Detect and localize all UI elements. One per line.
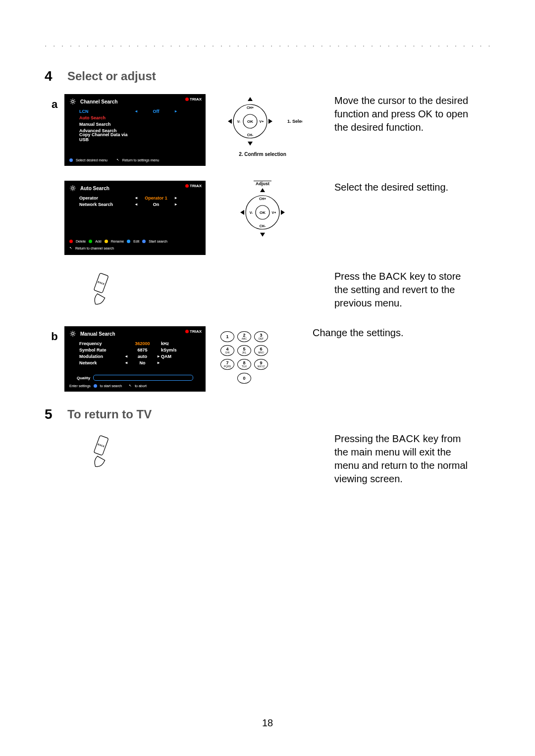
menu-line: Modulation◂auto▸QAM <box>79 353 201 359</box>
svg-marker-15 <box>260 188 265 192</box>
confirm-selection-label: 2. Confirm selection <box>239 151 286 157</box>
desc-b1: Change the settings. <box>313 326 403 340</box>
svg-text:1. Select: 1. Select <box>287 119 302 124</box>
svg-marker-17 <box>240 210 244 215</box>
menu-line: Operator◂Operator 1▸ <box>79 195 201 201</box>
dotted-separator: . . . . . . . . . . . . . . . . . . . . … <box>45 40 490 49</box>
ok-dot-icon <box>69 158 73 162</box>
screen-channel-search: Channel Search TRIAX LCN◂Off▸Auto Search… <box>64 94 206 166</box>
svg-text:V-: V- <box>237 120 241 123</box>
key-3: 3DEF <box>254 331 268 342</box>
key-0: 0 <box>237 373 251 384</box>
menu-line: Manual Search <box>79 121 201 127</box>
menu-line: Network Search◂On▸ <box>79 201 201 207</box>
svg-point-26 <box>72 333 74 335</box>
step-number-5: 5 <box>45 406 58 422</box>
brand-triax: TRIAX <box>185 97 202 101</box>
screen-manual-search: Manual Search TRIAX Frequency362000kHzSy… <box>64 326 206 392</box>
page-number: 18 <box>0 717 535 729</box>
svg-text:CH+: CH+ <box>259 197 266 201</box>
key-1: 1 <box>220 331 234 342</box>
quality-bar <box>93 375 193 381</box>
gear-icon <box>69 98 76 105</box>
svg-marker-16 <box>260 233 265 237</box>
screen1-footer-right: Return to settings menu <box>122 158 159 162</box>
navpad-select-diagram: OK CH+ CH- V- V+ 1. Select 2. Confirm se… <box>220 94 305 157</box>
svg-text:V+: V+ <box>272 211 276 214</box>
screen3-title: Manual Search <box>80 331 115 337</box>
step-number-4: 4 <box>45 68 58 84</box>
key-5: 5JKL <box>237 345 251 356</box>
svg-text:CH-: CH- <box>247 133 254 137</box>
footer-action: Start search <box>149 240 167 243</box>
navpad-adjust-diagram: Adjust OK CH+ CH- V- V+ <box>220 181 305 240</box>
svg-marker-3 <box>248 97 253 101</box>
svg-marker-6 <box>268 119 272 124</box>
footer-action: Rename <box>111 240 124 243</box>
key-6: 6MNO <box>254 345 268 356</box>
menu-line: Symbol Rate6875kSym/s <box>79 347 201 353</box>
key-4: 4GHI <box>220 345 234 356</box>
screen1-footer-left: Select desired menu <box>76 158 107 162</box>
svg-text:V+: V+ <box>260 120 264 123</box>
svg-text:CH+: CH+ <box>247 106 254 109</box>
step-title-5: To return to TV <box>67 406 152 421</box>
desc-a1: Move the cursor to the desired function … <box>334 94 473 134</box>
desc-a2: Select the desired setting. <box>334 181 448 194</box>
key-7: 7PQRS <box>220 359 234 370</box>
sub-label-a: a <box>45 94 64 111</box>
sub-label-b: b <box>45 326 64 343</box>
svg-marker-4 <box>248 142 253 146</box>
brand-triax: TRIAX <box>185 329 202 334</box>
gear-icon <box>69 185 76 192</box>
quality-label: Quality <box>77 376 90 380</box>
gear-icon <box>69 330 76 337</box>
screen2-title: Auto Search <box>80 186 109 191</box>
remote-back-icon: BACK <box>89 432 114 472</box>
svg-marker-18 <box>281 210 285 215</box>
svg-text:V-: V- <box>250 211 253 214</box>
svg-text:OK: OK <box>260 210 266 215</box>
step-title-4: Select or adjust <box>67 68 156 83</box>
svg-point-0 <box>72 101 74 103</box>
menu-line: Auto Search <box>79 114 201 121</box>
menu-line: Frequency362000kHz <box>79 340 201 347</box>
remote-back-icon: BACK <box>89 270 114 309</box>
svg-point-12 <box>72 187 74 190</box>
screen2-footer2: Return to channel search <box>75 247 114 250</box>
svg-text:CH-: CH- <box>260 224 266 228</box>
desc-step5: Pressing the BACK key from the main menu… <box>334 432 473 486</box>
menu-line: Network◂No▸ <box>79 359 201 366</box>
svg-marker-5 <box>228 119 232 124</box>
key-2: 2ABC <box>237 331 251 342</box>
menu-line: Copy Channel Data via USB <box>79 134 201 140</box>
key-8: 8TUV <box>237 359 251 370</box>
screen-auto-search: Auto Search TRIAX Operator◂Operator 1▸Ne… <box>64 181 206 255</box>
screen1-title: Channel Search <box>80 99 118 104</box>
numeric-keypad: 12ABC3DEF4GHI5JKL6MNO7PQRS8TUV9WXYZ0 <box>220 331 268 384</box>
navpad-ok: OK <box>247 119 253 124</box>
desc-a3: Press the BACK key to store the setting … <box>334 270 473 310</box>
footer-action: Add <box>95 240 101 243</box>
brand-triax: TRIAX <box>185 184 202 188</box>
footer-action: Delete <box>76 240 86 243</box>
footer-action: Edit <box>133 240 139 243</box>
key-9: 9WXYZ <box>254 359 268 370</box>
menu-line: LCN◂Off▸ <box>79 108 201 114</box>
